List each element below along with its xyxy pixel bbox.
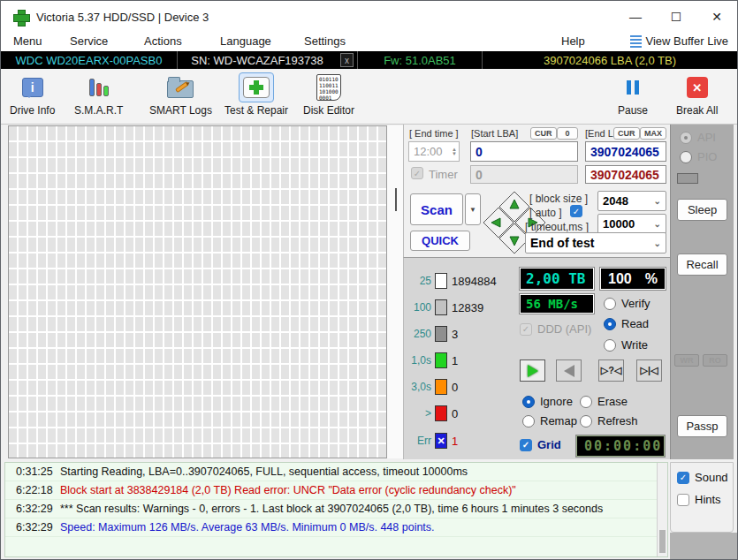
stat-row-100: 100 12839 <box>407 299 483 316</box>
checkbox-icon <box>677 494 689 506</box>
chevron-down-icon: ⌄ <box>654 238 661 248</box>
menu-item-settings[interactable]: Settings <box>304 34 346 48</box>
pause-button[interactable]: Pause <box>615 72 651 117</box>
wr-button[interactable]: WR <box>674 354 699 367</box>
end-lba-confirm-input[interactable]: 3907024065 <box>585 165 666 184</box>
sleep-button[interactable]: Sleep <box>677 199 727 221</box>
play-forward-button[interactable] <box>520 359 545 382</box>
ignore-radio[interactable]: Ignore <box>522 395 573 408</box>
log-text: Starting Reading, LBA=0..3907024065, FUL… <box>60 465 468 478</box>
spinner-arrows-icon[interactable]: ▲▼ <box>452 148 459 156</box>
seek-error-button[interactable]: ▷?◁ <box>598 359 624 382</box>
remap-radio[interactable]: Remap <box>522 414 577 428</box>
block-color-swatch <box>435 299 447 315</box>
stat-row-250: 250 3 <box>407 325 458 343</box>
log-time: 6:32:29 <box>5 503 60 515</box>
end-time-spinner[interactable]: 12:00 ▲▼ <box>408 141 460 162</box>
minimize-button[interactable]: — <box>615 1 656 33</box>
close-button[interactable]: ✕ <box>696 1 737 33</box>
progress-lcd: 100 % <box>600 268 666 290</box>
scan-button[interactable]: Scan <box>410 193 463 225</box>
ro-button[interactable]: RO <box>703 354 727 367</box>
timeout-select[interactable]: 10000⌄ <box>597 214 666 234</box>
log-entry: 0:31:25 Starting Reading, LBA=0..3907024… <box>5 463 667 481</box>
folder-pencil-icon <box>167 80 194 98</box>
read-radio[interactable]: Read <box>604 317 649 330</box>
menu-item-language[interactable]: Language <box>220 34 271 48</box>
scan-block-grid[interactable] <box>8 125 387 458</box>
block-size-label: [ block size ] <box>529 193 588 205</box>
start-lba-label: [Start LBA] <box>471 128 518 139</box>
disk-editor-button[interactable]: 010110 110011 101000 0001 Disk Editor <box>303 72 354 117</box>
test-repair-button[interactable]: Test & Repair <box>224 72 288 117</box>
grid-scrollbar-thumb[interactable] <box>395 188 397 211</box>
play-backward-button[interactable] <box>556 359 582 382</box>
seek-end-button[interactable]: ▷|◁ <box>636 359 662 382</box>
scan-dropdown-button[interactable]: ▼ <box>465 193 481 225</box>
checkbox-checked-icon: ✓ <box>520 439 532 451</box>
stat-row-3s: 3,0s 0 <box>407 378 458 396</box>
view-buffer-live[interactable]: View Buffer Live <box>630 34 728 48</box>
timer-input[interactable]: 0 <box>470 165 578 184</box>
auto-label: [ auto ] <box>529 207 562 219</box>
smart-logs-button[interactable]: SMART Logs <box>149 72 212 117</box>
end-lba-max-button[interactable]: MAX <box>640 127 666 140</box>
ddd-api-checkbox[interactable]: ✓DDD (API) <box>520 322 591 336</box>
device-firmware: Fw: 51.0AB51 <box>357 51 483 69</box>
passp-button[interactable]: Passp <box>677 415 727 437</box>
auto-checkbox[interactable]: ✓ <box>570 205 582 217</box>
smart-button[interactable]: S.M.A.R.T <box>74 72 123 117</box>
log-scrollbar[interactable] <box>657 463 667 556</box>
hints-checkbox[interactable]: Hints <box>677 493 721 506</box>
speed-lcd: 56 MB/s <box>520 294 594 314</box>
device-info-bar: WDC WD20EARX-00PASB0 SN: WD-WCAZAF193738… <box>1 51 737 69</box>
drive-info-button[interactable]: i Drive Info <box>10 72 55 117</box>
menu-item-actions[interactable]: Actions <box>144 34 182 48</box>
footer-options-panel: ✓Sound Hints <box>670 462 734 533</box>
quick-button[interactable]: QUICK <box>410 231 470 251</box>
verify-radio[interactable]: Verify <box>604 297 651 310</box>
api-radio[interactable]: API <box>680 131 716 144</box>
radio-icon <box>580 396 592 408</box>
refresh-radio[interactable]: Refresh <box>580 414 638 428</box>
menu-item-service[interactable]: Service <box>70 34 108 48</box>
menu-item-menu[interactable]: Menu <box>13 34 42 48</box>
timer-checkbox[interactable]: ✓ <box>411 167 423 179</box>
pio-radio[interactable]: PIO <box>680 150 717 163</box>
progress-value: 100 <box>608 271 632 287</box>
menu-item-help[interactable]: Help <box>561 34 585 48</box>
log-scrollbar-thumb[interactable] <box>659 530 666 553</box>
block-size-select[interactable]: 2048⌄ <box>597 191 666 211</box>
elapsed-time-lcd: 00:00:00 <box>576 435 665 457</box>
end-lba-cur-button[interactable]: CUR <box>613 127 640 140</box>
start-lba-input[interactable]: 0 <box>470 141 578 162</box>
radio-selected-icon <box>604 318 616 330</box>
log-entry: 6:32:29 *** Scan results: Warnings - 0, … <box>5 500 667 518</box>
recall-button[interactable]: Recall <box>677 254 727 276</box>
start-lba-cur-button[interactable]: CUR <box>530 127 557 140</box>
end-time-label: [ End time ] <box>409 128 459 139</box>
log-entry: 6:32:29 Speed: Maximum 126 MB/s. Average… <box>5 518 667 537</box>
break-all-button[interactable]: ✕ Break All <box>676 72 718 117</box>
device-serial: SN: WD-WCAZAF193738 <box>178 51 337 69</box>
erase-radio[interactable]: Erase <box>580 395 628 408</box>
radio-icon <box>604 298 616 310</box>
sound-checkbox[interactable]: ✓Sound <box>677 471 728 484</box>
serial-close-button[interactable]: x <box>340 53 354 67</box>
checkbox-checked-icon: ✓ <box>677 472 689 484</box>
end-of-test-select[interactable]: End of test⌄ <box>525 232 666 254</box>
end-lba-input[interactable]: 3907024065 <box>585 141 666 162</box>
log-time: 6:32:29 <box>5 521 60 534</box>
block-stats-panel: 25 1894884 100 12839 250 3 1,0s 1 3,0s 0… <box>403 257 670 459</box>
write-radio[interactable]: Write <box>604 338 648 352</box>
grid-checkbox[interactable]: ✓Grid <box>520 438 561 451</box>
maximize-button[interactable]: ☐ <box>656 1 696 33</box>
radio-icon <box>604 339 616 352</box>
radio-icon <box>680 151 692 163</box>
pause-icon <box>627 80 639 95</box>
test-tubes-icon <box>89 79 109 96</box>
grid-scrollbar[interactable] <box>387 125 403 458</box>
stat-row-err: Err ✕ 1 <box>407 432 458 450</box>
checkbox-icon: ✓ <box>520 323 532 336</box>
start-lba-zero-button[interactable]: 0 <box>557 127 578 140</box>
